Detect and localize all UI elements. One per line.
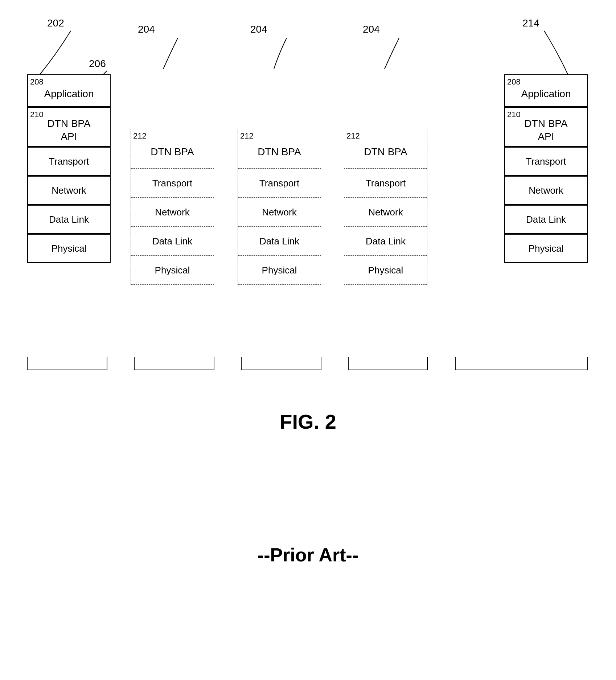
cell-dtnbpaapi-right-text: DTN BPAAPI — [524, 117, 567, 144]
cell-transport-mid1-text: Transport — [152, 178, 192, 189]
cell-212c-number: 212 — [346, 131, 360, 141]
cell-physical-mid1-text: Physical — [155, 265, 190, 276]
cell-datalink-mid1: Data Link — [131, 227, 214, 256]
cell-physical-mid1: Physical — [131, 256, 214, 285]
cell-network-mid1: Network — [131, 198, 214, 227]
cell-datalink-mid3-text: Data Link — [366, 236, 406, 247]
cell-datalink-mid3: Data Link — [344, 227, 427, 256]
cell-network-mid3-text: Network — [368, 207, 403, 218]
cell-212a-dtnbpa: 212 DTN BPA — [131, 129, 214, 169]
cell-network-mid2-text: Network — [262, 207, 296, 218]
stack-202: 208 Application 210 DTN BPAAPI Transport… — [27, 74, 111, 263]
cell-datalink-left-text: Data Link — [49, 214, 89, 225]
cell-transport-left-text: Transport — [49, 156, 89, 167]
cell-datalink-right-text: Data Link — [526, 214, 566, 225]
cell-datalink-left: Data Link — [27, 205, 111, 234]
cell-physical-mid3: Physical — [344, 256, 427, 285]
cell-208b-number: 208 — [507, 77, 521, 87]
cell-physical-left: Physical — [27, 234, 111, 263]
ref-204c-label: 204 — [363, 24, 380, 35]
ref-204a-label: 204 — [138, 24, 155, 35]
cell-transport-mid1: Transport — [131, 169, 214, 198]
ref-204b-label: 204 — [250, 24, 267, 35]
cell-transport-left: Transport — [27, 147, 111, 176]
cell-dtnbpaapi-left-text: DTN BPAAPI — [47, 117, 90, 144]
cell-210-dtnbpaapi-left: 210 DTN BPAAPI — [27, 107, 111, 147]
cell-datalink-mid2: Data Link — [238, 227, 321, 256]
cell-physical-mid2: Physical — [238, 256, 321, 285]
cell-208-app-left: 208 Application — [27, 74, 111, 107]
cell-app-left-text: Application — [44, 88, 94, 100]
cell-212c-dtnbpa: 212 DTN BPA — [344, 129, 427, 169]
cell-network-mid2: Network — [238, 198, 321, 227]
stack-212b: 212 DTN BPA Transport Network Data Link … — [238, 129, 321, 285]
cell-210-dtnbpaapi-right: 210 DTN BPAAPI — [504, 107, 588, 147]
cell-physical-left-text: Physical — [52, 243, 87, 254]
cell-physical-right: Physical — [504, 234, 588, 263]
cell-datalink-mid1-text: Data Link — [152, 236, 192, 247]
cell-210b-number: 210 — [507, 110, 521, 119]
cell-transport-right-text: Transport — [526, 156, 566, 167]
ref-214-label: 214 — [522, 17, 539, 29]
cell-transport-mid2: Transport — [238, 169, 321, 198]
cell-212b-number: 212 — [240, 131, 254, 141]
cell-datalink-mid2-text: Data Link — [259, 236, 299, 247]
cell-network-left: Network — [27, 176, 111, 205]
cell-network-mid3: Network — [344, 198, 427, 227]
cell-physical-mid3-text: Physical — [368, 265, 403, 276]
cell-210-number: 210 — [30, 110, 44, 119]
cell-212a-number: 212 — [133, 131, 147, 141]
cell-208-app-right: 208 Application — [504, 74, 588, 107]
cell-212b-dtnbpa: 212 DTN BPA — [238, 129, 321, 169]
cell-app-right-text: Application — [521, 88, 571, 100]
cell-transport-mid3: Transport — [344, 169, 427, 198]
cell-datalink-right: Data Link — [504, 205, 588, 234]
cell-208-number: 208 — [30, 77, 44, 87]
prior-art-container: --Prior Art-- — [0, 544, 616, 566]
cell-transport-right: Transport — [504, 147, 588, 176]
cell-physical-mid2-text: Physical — [262, 265, 297, 276]
figure-label-container: FIG. 2 — [0, 410, 616, 433]
ref-206-label: 206 — [89, 58, 106, 70]
diagram-area: 202 204 204 204 206 214 208 Application … — [0, 0, 616, 399]
cell-network-right: Network — [504, 176, 588, 205]
stack-214: 208 Application 210 DTN BPAAPI Transport… — [504, 74, 588, 263]
ref-202-label: 202 — [47, 17, 64, 29]
cell-transport-mid3-text: Transport — [366, 178, 406, 189]
figure-label: FIG. 2 — [254, 410, 362, 433]
cell-network-mid1-text: Network — [155, 207, 189, 218]
cell-dtnbpa-mid2-text: DTN BPA — [258, 146, 301, 158]
cell-network-right-text: Network — [529, 185, 563, 196]
cell-transport-mid2-text: Transport — [259, 178, 299, 189]
prior-art-label: --Prior Art-- — [217, 544, 399, 566]
cell-dtnbpa-mid1-text: DTN BPA — [151, 146, 194, 158]
stack-212c: 212 DTN BPA Transport Network Data Link … — [344, 129, 427, 285]
cell-physical-right-text: Physical — [529, 243, 564, 254]
stack-212a: 212 DTN BPA Transport Network Data Link … — [131, 129, 214, 285]
cell-network-left-text: Network — [52, 185, 86, 196]
cell-dtnbpa-mid3-text: DTN BPA — [364, 146, 407, 158]
